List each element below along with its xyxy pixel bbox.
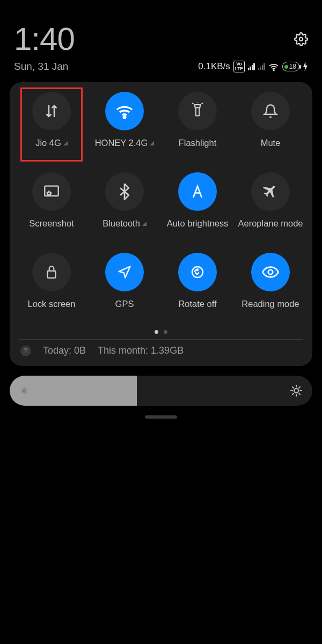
auto-brightness-icon[interactable] [178,172,217,211]
tile-screenshot[interactable]: Screenshot [15,172,88,242]
svg-rect-9 [47,271,55,278]
gps-icon[interactable] [105,253,144,291]
tile-mute[interactable]: Mute [234,92,307,162]
svg-point-2 [123,116,126,118]
pager-dot[interactable] [164,330,167,334]
annotation-highlight [20,87,83,162]
svg-line-29 [299,387,300,388]
brightness-high-icon [290,384,303,397]
svg-line-18 [22,389,23,389]
flashlight-icon[interactable] [178,92,217,130]
svg-rect-7 [45,186,58,196]
charging-icon [303,62,308,71]
expand-triangle-icon[interactable] [150,141,154,145]
svg-point-0 [299,37,303,41]
tile-flashlight[interactable]: Flashlight [161,92,234,162]
brightness-slider[interactable] [10,376,312,406]
tile-gps[interactable]: GPS [88,253,161,323]
pager-dots[interactable] [15,330,307,334]
svg-rect-11 [196,268,199,271]
tile-reading-mode[interactable]: Reading mode [234,253,307,323]
mute-icon[interactable] [251,92,290,130]
tile-label: Rotate off [178,299,216,309]
battery-icon: 18 [282,62,299,71]
tile-label: Lock screen [28,299,76,309]
help-icon: ? [20,346,31,356]
rotate-off-icon[interactable] [178,253,217,291]
wifi-status-icon [268,62,279,71]
tile-label: Aeroplane mode [238,218,303,229]
data-usage-row[interactable]: ? Today: 0B This month: 1.39GB [15,340,307,360]
expand-triangle-icon[interactable] [142,222,147,226]
svg-line-19 [26,392,26,393]
svg-line-20 [26,389,26,389]
brightness-low-icon [19,386,29,396]
aeroplane-mode-icon[interactable] [251,172,290,211]
usage-today: Today: 0B [43,345,86,356]
net-speed-label: 0.1KB/s [198,61,230,72]
tile-aeroplane-mode[interactable]: Aeroplane mode [234,172,307,242]
svg-point-1 [273,70,274,71]
svg-rect-3 [196,108,200,116]
svg-line-28 [299,393,300,394]
svg-line-4 [192,103,193,104]
tile-label: Flashlight [179,138,217,148]
svg-point-10 [192,267,203,277]
signal-sim1-icon [248,63,255,70]
tile-wifi[interactable]: HONEY 2.4G [88,92,161,162]
tile-label: Screenshot [29,218,74,229]
signal-sim2-icon [258,63,265,70]
svg-line-5 [202,103,203,104]
wifi-icon[interactable] [105,92,144,130]
svg-line-21 [22,392,23,393]
bluetooth-icon[interactable] [105,172,144,211]
quick-settings-panel: Jio 4GHONEY 2.4GFlashlightMuteScreenshot… [10,82,312,366]
tile-mobile-data[interactable]: Jio 4G [15,92,88,162]
svg-point-22 [294,389,298,393]
svg-point-12 [268,270,273,275]
svg-line-27 [292,387,294,388]
status-bar: 0.1KB/s VoLTE 18 [198,61,308,72]
tile-label: HONEY 2.4G [95,138,155,148]
tile-rotate-off[interactable]: Rotate off [161,253,234,323]
volte-icon: VoLTE [233,61,245,72]
usage-month: This month: 1.39GB [98,345,184,356]
tile-label: GPS [115,299,134,309]
tile-lock-screen[interactable]: Lock screen [15,253,88,323]
date-label: Sun, 31 Jan [14,61,68,72]
tile-auto-brightness[interactable]: Auto brightness [161,172,234,242]
reading-mode-icon[interactable] [251,253,290,291]
tile-label: Mute [261,138,281,148]
tile-label: Bluetooth [103,218,147,229]
nav-handle[interactable] [0,415,322,419]
screenshot-icon[interactable] [32,172,71,211]
clock-time: 1:40 [14,20,75,57]
svg-point-13 [23,390,25,392]
settings-gear-icon[interactable] [294,32,308,46]
tile-bluetooth[interactable]: Bluetooth [88,172,161,242]
pager-dot[interactable] [155,330,158,334]
battery-percent: 18 [289,63,296,70]
tile-label: Reading mode [241,299,299,309]
lock-screen-icon[interactable] [32,253,71,291]
tile-label: Auto brightness [167,218,229,229]
svg-line-30 [292,393,294,394]
